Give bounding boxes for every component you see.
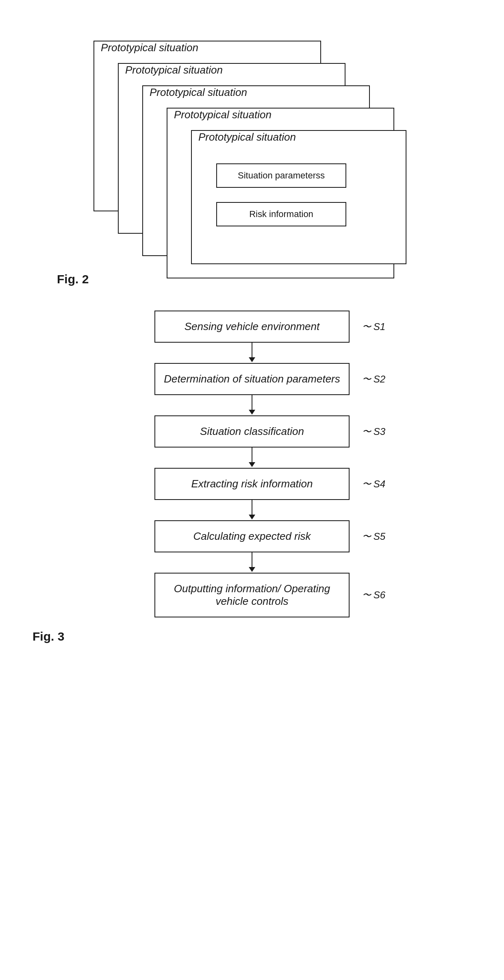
flow-label-s1: 〜 S1 <box>362 321 385 333</box>
flow-text-s1: Sensing vehicle environment <box>185 320 319 332</box>
flow-label-s2: 〜 S2 <box>362 373 385 385</box>
fig2-diagram: Prototypical situation Prototypical situ… <box>93 41 411 268</box>
proto-label-1: Prototypical situation <box>94 37 205 58</box>
flow-box-s2: Determination of situation parameters 〜 … <box>154 363 350 395</box>
page: Prototypical situation Prototypical situ… <box>0 0 504 668</box>
proto-label-5: Prototypical situation <box>192 127 302 147</box>
wavy-s2: 〜 <box>362 373 371 385</box>
flow-box-s1: Sensing vehicle environment 〜 S1 <box>154 311 350 343</box>
flow-text-s2: Determination of situation parameters <box>164 373 340 385</box>
risk-info-label: Risk information <box>249 209 313 219</box>
flow-text-s3: Situation classification <box>200 425 304 437</box>
step-id-s4: S4 <box>374 478 385 490</box>
step-id-s3: S3 <box>374 426 385 437</box>
proto-label-4: Prototypical situation <box>167 104 278 125</box>
flow-label-s3: 〜 S3 <box>362 426 385 438</box>
flow-label-s6: 〜 S6 <box>362 589 385 601</box>
flow-step-s1: Sensing vehicle environment 〜 S1 <box>98 311 406 343</box>
risk-info-box: Risk information <box>216 202 346 226</box>
step-id-s1: S1 <box>374 321 385 332</box>
step-id-s5: S5 <box>374 531 385 542</box>
step-id-s6: S6 <box>374 589 385 601</box>
flow-box-s3: Situation classification 〜 S3 <box>154 415 350 448</box>
step-id-s2: S2 <box>374 374 385 385</box>
flow-label-s4: 〜 S4 <box>362 478 385 490</box>
flow-text-s4: Extracting risk information <box>191 478 313 490</box>
wavy-s6: 〜 <box>362 589 371 601</box>
flow-step-s5: Calculating expected risk 〜 S5 <box>98 520 406 552</box>
fig3-label: Fig. 3 <box>33 630 236 643</box>
flow-text-s6: Outputting information/ Operating vehicl… <box>174 582 330 607</box>
wavy-s5: 〜 <box>362 530 371 543</box>
wavy-s1: 〜 <box>362 321 371 333</box>
situation-params-label: Situation parameterss <box>238 170 325 181</box>
proto-box-5: Prototypical situation Situation paramet… <box>191 130 406 264</box>
flow-box-s6: Outputting information/ Operating vehicl… <box>154 573 350 617</box>
flow-step-s6: Outputting information/ Operating vehicl… <box>98 573 406 617</box>
flow-box-s4: Extracting risk information 〜 S4 <box>154 468 350 500</box>
fig3-diagram: Sensing vehicle environment 〜 S1 Determi… <box>98 311 406 617</box>
flow-step-s4: Extracting risk information 〜 S4 <box>98 468 406 500</box>
proto-label-3: Prototypical situation <box>143 82 254 102</box>
flow-box-s5: Calculating expected risk 〜 S5 <box>154 520 350 552</box>
flow-step-s2: Determination of situation parameters 〜 … <box>98 363 406 395</box>
proto-label-2: Prototypical situation <box>119 60 229 80</box>
wavy-s4: 〜 <box>362 478 371 490</box>
flow-step-s3: Situation classification 〜 S3 <box>98 415 406 448</box>
wavy-s3: 〜 <box>362 426 371 438</box>
situation-params-box: Situation parameterss <box>216 163 346 188</box>
flow-text-s5: Calculating expected risk <box>193 530 311 542</box>
flow-label-s5: 〜 S5 <box>362 530 385 543</box>
